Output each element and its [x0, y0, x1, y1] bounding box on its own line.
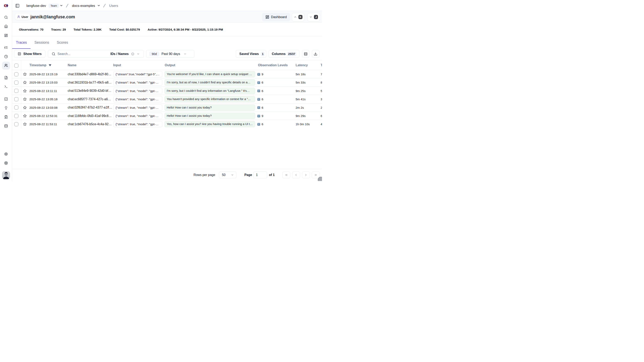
- svg-text:i: i: [258, 81, 259, 84]
- svg-text:i: i: [258, 115, 259, 117]
- svg-text:i: i: [258, 106, 259, 109]
- svg-text:i: i: [258, 98, 259, 100]
- svg-text:i: i: [258, 73, 259, 76]
- svg-text:i: i: [258, 90, 259, 92]
- svg-text:i: i: [258, 123, 259, 126]
